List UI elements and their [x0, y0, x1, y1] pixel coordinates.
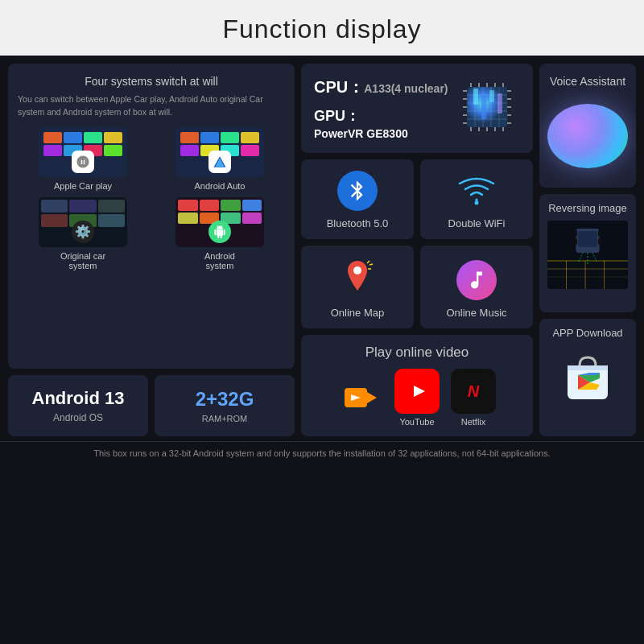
reversing-title: Reversing image: [547, 202, 628, 214]
bluetooth-icon: [337, 171, 378, 211]
cpu-card: CPU：A133(4 nuclear) GPU： PowerVR GE8300: [301, 64, 533, 153]
col2: CPU：A133(4 nuclear) GPU： PowerVR GE8300: [301, 64, 533, 436]
svg-rect-31: [489, 90, 494, 102]
google-play-icon: [555, 345, 620, 410]
wifi-card: Double WiFi: [420, 159, 533, 239]
online-music-card: Online Music: [420, 246, 533, 328]
carplay-label: Apple Car play: [54, 181, 112, 191]
reversing-image-card: Reversing image: [539, 194, 636, 312]
svg-rect-53: [575, 230, 578, 237]
svg-rect-55: [575, 238, 578, 245]
four-systems-title: Four systems switch at will: [18, 75, 285, 88]
android-os-card: Android 13 Android OS: [8, 375, 148, 436]
android-icon: [208, 221, 231, 243]
android-auto-screen: [175, 127, 264, 177]
svg-rect-52: [578, 231, 597, 247]
svg-rect-32: [497, 93, 502, 114]
android-os-label: Android OS: [53, 412, 103, 423]
app-download-card: APP Download: [539, 319, 636, 436]
wifi-label: Double WiFi: [448, 217, 506, 229]
system-android-auto: Android Auto: [155, 127, 285, 191]
youtube-app: YouTube: [394, 369, 440, 427]
svg-rect-29: [473, 89, 478, 105]
svg-rect-54: [598, 230, 601, 237]
netflix-app: N Netflix: [451, 369, 496, 427]
system-original-car: ⚙️ Original carsystem: [18, 197, 148, 270]
android-system-label: Androidsystem: [204, 251, 235, 270]
ram-value: 2+32G: [196, 388, 254, 411]
reversing-display: [547, 221, 628, 289]
android-auto-label: Android Auto: [195, 181, 246, 191]
four-systems-desc: You can switch between Apple Car play, A…: [18, 93, 285, 119]
youtube-label: YouTube: [399, 417, 434, 427]
car-system-label: Original carsystem: [60, 251, 105, 270]
netflix-icon: N: [451, 369, 496, 414]
android-version: Android 13: [32, 388, 125, 409]
online-music-label: Online Music: [446, 307, 506, 319]
play-video-card: Play online video: [301, 335, 533, 436]
cpu-model: A133(4 nuclear): [364, 82, 448, 95]
gear-icon: ⚙️: [72, 221, 94, 243]
bluetooth-label: Bluetooth 5.0: [327, 217, 389, 229]
video-player-app: [338, 375, 383, 420]
online-map-card: Online Map: [301, 246, 414, 328]
netflix-label: Netflix: [461, 417, 486, 427]
col3: Voice Assistant Reversing image: [539, 64, 636, 436]
online-map-label: Online Map: [331, 307, 384, 319]
siri-orb: [547, 104, 628, 168]
svg-marker-40: [367, 392, 377, 403]
ram-label: RAM+ROM: [202, 414, 248, 423]
video-player-icon: [338, 375, 383, 420]
map-icon: [337, 257, 378, 300]
svg-line-37: [369, 264, 373, 265]
col1: Four systems switch at will You can swit…: [8, 64, 295, 436]
bluetooth-card: Bluetooth 5.0: [301, 159, 414, 239]
four-systems-card: Four systems switch at will You can swit…: [8, 64, 295, 369]
svg-rect-56: [598, 238, 601, 245]
car-system-screen: ⚙️: [39, 197, 127, 247]
music-icon: [456, 260, 497, 300]
cpu-chip-visual: [451, 71, 523, 147]
svg-point-35: [353, 266, 361, 275]
carplay-icon: [72, 151, 94, 173]
svg-rect-30: [481, 95, 486, 119]
wifi-icon: [456, 175, 497, 211]
android-auto-icon: [208, 151, 231, 173]
footer-note: This box runs on a 32-bit Android system…: [0, 441, 644, 464]
svg-rect-62: [568, 365, 608, 370]
android-system-screen: [175, 197, 264, 247]
svg-line-36: [367, 261, 369, 263]
youtube-icon: [394, 369, 440, 414]
bt-wifi-row: Bluetooth 5.0 Double WiFi: [301, 159, 533, 239]
map-music-row: Online Map Online Music: [301, 246, 533, 328]
play-video-title: Play online video: [311, 345, 523, 361]
page-title: Function display: [0, 0, 644, 56]
voice-assistant-card: Voice Assistant: [539, 64, 636, 188]
bottom-specs-row: Android 13 Android OS 2+32G RAM+ROM: [8, 375, 295, 436]
voice-assistant-title: Voice Assistant: [550, 75, 625, 88]
app-download-title: APP Download: [552, 327, 622, 339]
system-android: Androidsystem: [155, 197, 285, 270]
video-apps-row: YouTube N Netflix: [311, 369, 523, 427]
page-wrapper: Function display Four systems switch at …: [0, 0, 644, 644]
carplay-screen: [39, 127, 127, 177]
systems-grid: Apple Car play: [18, 127, 285, 270]
svg-point-33: [475, 201, 479, 205]
system-carplay: Apple Car play: [18, 127, 148, 191]
ram-card: 2+32G RAM+ROM: [155, 375, 295, 436]
